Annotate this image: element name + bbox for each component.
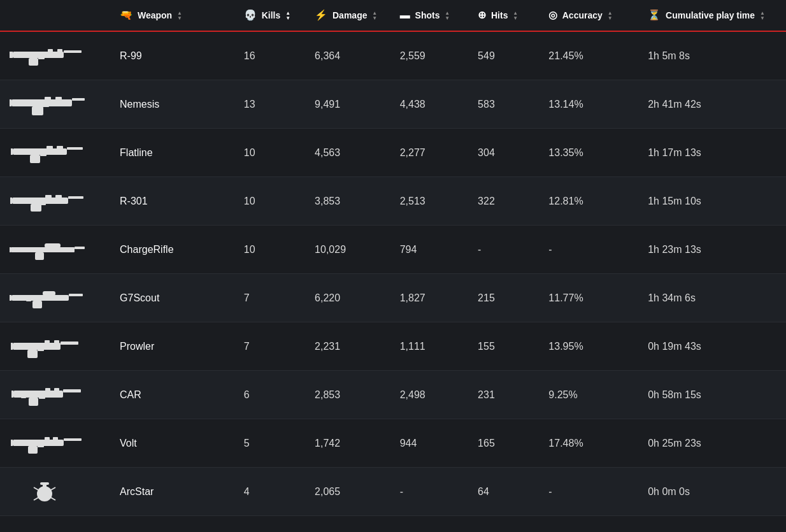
svg-rect-61 [45, 388, 50, 392]
svg-rect-69 [16, 442, 29, 445]
table-row: CAR62,8532,4982319.25%0h 58m 15s [0, 371, 786, 419]
svg-rect-39 [62, 248, 65, 250]
svg-rect-11 [15, 103, 31, 106]
sort-down[interactable]: ▼ [608, 16, 613, 22]
svg-line-77 [34, 487, 38, 490]
shots-value: 2,559 [394, 31, 471, 80]
svg-rect-38 [16, 249, 29, 251]
hits-value: 549 [471, 31, 542, 80]
shots-value: 2,277 [394, 129, 471, 177]
svg-rect-76 [40, 482, 49, 485]
svg-rect-22 [57, 146, 63, 150]
weapon-name: CAR [113, 371, 238, 419]
damage-header-icon: ⚡ [315, 9, 327, 21]
header-accuracy-label: Accuracy [562, 10, 603, 20]
sort-down[interactable]: ▼ [513, 16, 518, 22]
table-row: ArcStar42,065-64-0h 0m 0s [0, 468, 786, 516]
shots-value: 4,438 [394, 80, 471, 129]
accuracy-value: 13.35% [542, 129, 641, 177]
shots-value: 1,111 [394, 322, 471, 371]
header-kills-label: Kills [262, 10, 281, 20]
header-weapon-col[interactable]: 🔫 Weapon ▲ ▼ [113, 0, 238, 31]
kills-sort-arrows[interactable]: ▲ ▼ [285, 11, 290, 22]
kills-value: 7 [238, 322, 308, 371]
sort-down[interactable]: ▼ [285, 16, 290, 22]
svg-rect-29 [15, 200, 31, 203]
shots-value: 2,498 [394, 371, 471, 419]
accuracy-value: 17.48% [542, 419, 641, 468]
shots-value: 2,513 [394, 177, 471, 226]
sort-down[interactable]: ▼ [760, 16, 765, 22]
kills-value: 5 [238, 419, 308, 468]
header-kills-col[interactable]: 💀 Kills ▲ ▼ [238, 0, 308, 31]
svg-rect-36 [35, 252, 44, 260]
header-accuracy-col[interactable]: ◎ Accuracy ▲ ▼ [542, 0, 641, 31]
svg-rect-13 [55, 97, 62, 101]
hits-value: - [471, 226, 542, 274]
table-row: R-99166,3642,55954921.45%1h 5m 8s [0, 31, 786, 80]
svg-rect-56 [38, 349, 44, 351]
playtime-value: 0h 25m 23s [641, 419, 786, 468]
svg-line-80 [51, 498, 55, 500]
svg-marker-55 [11, 343, 13, 350]
accuracy-value: 11.77% [542, 274, 641, 322]
shots-header-icon: ▬ [400, 10, 410, 21]
sort-down[interactable]: ▼ [372, 16, 377, 22]
shots-sort-arrows[interactable]: ▲ ▼ [445, 11, 450, 22]
header-shots-col[interactable]: ▬ Shots ▲ ▼ [394, 0, 471, 31]
shots-value: 944 [394, 419, 471, 468]
weapons-stats-table: 🔫 Weapon ▲ ▼ 💀 Kills ▲ ▼ ⚡ Damage ▲ [0, 0, 786, 532]
weapon-icon [6, 522, 89, 532]
svg-rect-37 [45, 243, 61, 248]
sort-down[interactable]: ▼ [177, 16, 182, 22]
kills-value: 4 [238, 516, 308, 532]
svg-marker-6 [10, 52, 13, 58]
svg-marker-14 [10, 99, 11, 106]
weapon-icon-cell [0, 129, 113, 177]
accuracy-value: 21.45% [542, 31, 641, 80]
svg-rect-4 [48, 49, 53, 53]
header-hits-col[interactable]: ⊕ Hits ▲ ▼ [471, 0, 542, 31]
hits-value: 583 [471, 80, 542, 129]
accuracy-value: - [542, 226, 641, 274]
svg-rect-9 [72, 98, 85, 101]
hits-value: 39 [471, 516, 542, 532]
damage-sort-arrows[interactable]: ▲ ▼ [372, 11, 377, 22]
accuracy-sort-arrows[interactable]: ▲ ▼ [608, 11, 613, 22]
header-icon-col [0, 0, 113, 31]
svg-rect-50 [61, 341, 78, 345]
svg-rect-52 [16, 345, 29, 349]
shots-value: 132 [394, 516, 471, 532]
table-row: ChargeRifle1010,029794--1h 23m 13s [0, 226, 786, 274]
kills-value: 10 [238, 226, 308, 274]
playtime-value: 0h 19m 43s [641, 322, 786, 371]
svg-rect-58 [63, 389, 81, 392]
damage-value: 2,231 [308, 322, 394, 371]
table-row: Volt51,74294416517.48%0h 25m 23s [0, 419, 786, 468]
hits-sort-arrows[interactable]: ▲ ▼ [513, 11, 518, 22]
shots-value: 1,827 [394, 274, 471, 322]
accuracy-value: 13.95% [542, 322, 641, 371]
playtime-value: 2h 41m 42s [641, 80, 786, 129]
header-hits-label: Hits [491, 10, 508, 20]
playtime-value: 1h 5m 8s [641, 31, 786, 80]
weapon-icon [6, 87, 89, 122]
kills-value: 6 [238, 371, 308, 419]
damage-value: 4,563 [308, 129, 394, 177]
table-row: R-301103,8532,51332212.81%1h 15m 10s [0, 177, 786, 226]
svg-rect-18 [67, 147, 83, 150]
weapon-sort-arrows[interactable]: ▲ ▼ [177, 11, 182, 22]
damage-value: 6,364 [308, 31, 394, 80]
playtime-header-icon: ⏳ [648, 9, 661, 21]
playtime-sort-arrows[interactable]: ▲ ▼ [760, 11, 765, 22]
table-row: G7Scout76,2201,82721511.77%1h 34m 6s [0, 274, 786, 322]
sort-down[interactable]: ▼ [445, 16, 450, 22]
weapon-header-icon: 🔫 [120, 9, 132, 21]
table-header-row: 🔫 Weapon ▲ ▼ 💀 Kills ▲ ▼ ⚡ Damage ▲ [0, 0, 786, 31]
svg-rect-35 [75, 247, 85, 249]
hits-header-icon: ⊕ [478, 9, 486, 21]
header-playtime-col[interactable]: ⏳ Cumulative play time ▲ ▼ [641, 0, 786, 31]
svg-rect-16 [64, 103, 68, 105]
header-damage-label: Damage [332, 10, 367, 20]
header-damage-col[interactable]: ⚡ Damage ▲ ▼ [308, 0, 394, 31]
